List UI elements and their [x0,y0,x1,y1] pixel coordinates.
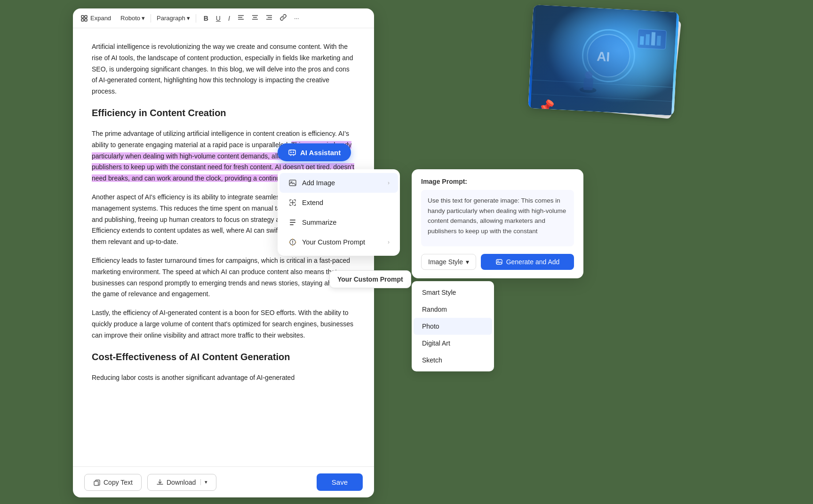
menu-item-custom-prompt-left: Your Custom Prompt [288,237,365,247]
align-left-button[interactable] [236,13,246,23]
extend-icon [288,198,297,207]
svg-rect-34 [290,220,295,220]
align-right-button[interactable] [264,13,274,23]
copy-text-label: Copy Text [104,479,133,486]
svg-rect-2 [81,19,84,21]
download-arrow[interactable]: ▾ [200,479,207,485]
photo-label: Photo [422,323,439,330]
custom-prompt-label: Your Custom Prompt [302,238,365,246]
generate-and-add-button[interactable]: Generate and Add [481,254,574,270]
svg-rect-37 [496,260,502,264]
custom-prompt-icon [288,237,297,247]
extend-label: Extend [302,199,323,206]
font-selector[interactable]: Roboto ▾ [120,15,145,22]
toolbar-separator-2 [196,14,196,23]
svg-point-31 [293,152,294,153]
generate-label: Generate and Add [506,258,560,266]
style-option-smart-style[interactable]: Smart Style [414,284,492,301]
image-style-row: Image Style ▾ Generate and Add [421,254,574,270]
expand-button[interactable]: Expand [80,15,111,22]
image-prompt-label: Image Prompt: [421,178,574,185]
font-chevron: ▾ [142,15,145,22]
paragraph-cost-1: Reducing labor costs is another signific… [92,372,355,384]
ai-image-container: AI 📌 [521,8,681,131]
ai-menu-panel: Add Image › Extend Summarize Your Custom… [278,169,400,256]
image-style-select[interactable]: Image Style ▾ [421,254,476,270]
ai-image-card: AI 📌 [528,5,679,116]
style-option-photo[interactable]: Photo [414,318,492,335]
svg-rect-35 [290,222,295,223]
menu-item-extend[interactable]: Extend [279,193,398,213]
align-center-button[interactable] [250,13,260,23]
sketch-label: Sketch [422,356,442,364]
svg-point-30 [290,152,292,153]
heading-cost: Cost-Effectiveness of AI Content Generat… [92,349,355,365]
heading-efficiency: Efficiency in Content Creation [92,105,355,121]
editor-toolbar: Expand Roboto ▾ Paragraph ▾ B U I ··· [73,8,374,28]
editor-footer: Copy Text Download ▾ Save [73,466,374,497]
menu-item-custom-prompt[interactable]: Your Custom Prompt › [279,232,398,252]
toolbar-separator-1 [151,14,151,23]
bold-button[interactable]: B [202,14,210,23]
copy-text-button[interactable]: Copy Text [84,474,142,491]
pin-icon: 📌 [537,98,556,116]
menu-item-summarize[interactable]: Summarize [279,213,398,232]
svg-rect-1 [85,16,87,18]
summarize-icon [288,218,297,227]
ai-assistant-button[interactable]: AI Assistant [278,143,351,161]
underline-button[interactable]: U [214,14,223,23]
more-options-button[interactable]: ··· [292,14,301,23]
svg-rect-0 [81,16,84,18]
svg-rect-3 [85,19,87,21]
menu-item-summarize-left: Summarize [288,218,336,227]
download-button[interactable]: Download ▾ [147,474,216,491]
paragraph-efficiency-3: Efficiency leads to faster turnaround ti… [92,255,355,300]
smart-style-label: Smart Style [422,289,456,296]
image-style-chevron: ▾ [466,258,469,266]
generate-icon [495,258,503,266]
ai-assistant-icon [288,148,296,157]
image-prompt-panel: Image Prompt: Use this text for generate… [412,169,583,278]
custom-prompt-tooltip-label: Your Custom Prompt [337,276,403,283]
random-label: Random [422,306,447,313]
menu-item-add-image-left: Add Image [288,178,335,188]
svg-rect-32 [289,180,296,186]
svg-rect-36 [290,224,294,225]
expand-icon [80,15,88,22]
style-option-sketch[interactable]: Sketch [414,352,492,369]
svg-rect-29 [289,150,295,155]
paragraph-efficiency-4: Lastly, the efficiency of AI-generated c… [92,307,355,341]
add-image-label: Add Image [302,179,335,187]
custom-prompt-chevron: › [388,239,390,245]
custom-prompt-tooltip: Your Custom Prompt [329,270,411,288]
summarize-label: Summarize [302,219,336,226]
italic-button[interactable]: I [226,14,232,23]
digital-art-label: Digital Art [422,339,450,347]
style-dropdown: Smart Style Random Photo Digital Art Ske… [412,281,494,371]
style-option-random[interactable]: Random [414,301,492,318]
ai-assistant-label: AI Assistant [300,149,341,157]
copy-icon [93,479,101,486]
expand-label: Expand [90,15,111,22]
intro-paragraph: Artificial intelligence is revolutionizi… [92,41,355,97]
image-prompt-text: Use this text for generate image: This c… [421,190,574,246]
menu-item-extend-left: Extend [288,198,323,207]
paragraph-selector[interactable]: Paragraph ▾ [157,15,190,22]
save-button[interactable]: Save [317,473,363,491]
link-button[interactable] [278,13,288,23]
image-prompt-content: Use this text for generate image: This c… [428,197,566,235]
add-image-chevron: › [388,180,390,186]
image-style-label: Image Style [428,258,463,266]
download-icon [156,479,164,486]
style-option-digital-art[interactable]: Digital Art [414,335,492,352]
para-chevron: ▾ [187,15,190,22]
font-label: Roboto [120,15,140,22]
para-label: Paragraph [157,15,185,22]
download-label: Download [167,479,196,486]
add-image-icon [288,178,297,188]
menu-item-add-image[interactable]: Add Image › [279,173,398,193]
svg-rect-14 [94,481,98,485]
